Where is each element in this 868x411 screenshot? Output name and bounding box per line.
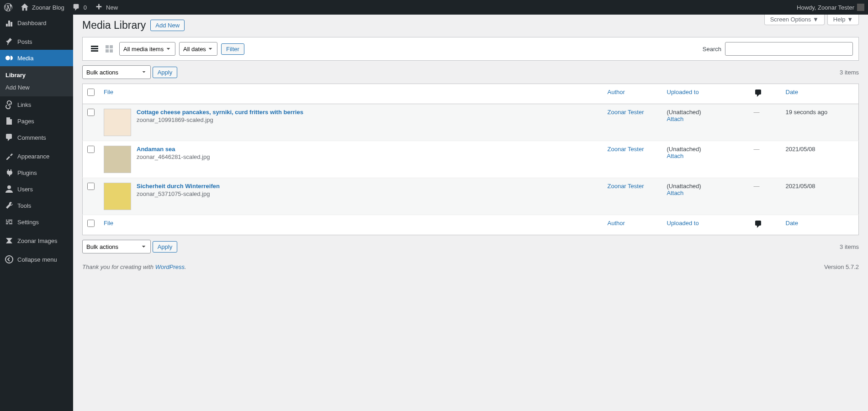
- list-icon: [90, 44, 99, 53]
- filter-button[interactable]: Filter: [221, 43, 244, 55]
- row-checkbox[interactable]: [87, 146, 95, 153]
- submenu-library[interactable]: Library: [0, 69, 73, 81]
- table-row: Andaman seazoonar_4646281-scaled.jpgZoon…: [83, 141, 859, 178]
- media-type-select[interactable]: All media items: [119, 42, 175, 56]
- col-date-header[interactable]: Date: [781, 84, 859, 104]
- svg-point-1: [7, 185, 11, 189]
- menu-collapse[interactable]: Collapse menu: [0, 251, 73, 268]
- apply-button-top[interactable]: Apply: [153, 67, 178, 78]
- col-comments-footer[interactable]: [749, 215, 781, 235]
- menu-users[interactable]: Users: [0, 181, 73, 197]
- row-checkbox[interactable]: [87, 109, 95, 116]
- comments-count: —: [754, 146, 760, 153]
- row-checkbox[interactable]: [87, 183, 95, 190]
- menu-tools[interactable]: Tools: [0, 197, 73, 214]
- file-title-link[interactable]: Cottage cheese pancakes, syrniki, curd f…: [137, 109, 303, 116]
- items-count-top: 3 items: [840, 69, 859, 76]
- file-name: zoonar_5371075-scaled.jpg: [137, 190, 210, 197]
- list-view-button[interactable]: [88, 42, 101, 55]
- submenu-add-new[interactable]: Add New: [0, 81, 73, 94]
- add-new-button[interactable]: Add New: [150, 20, 185, 31]
- brush-icon: [5, 152, 14, 161]
- wrench-icon: [5, 201, 14, 210]
- menu-posts[interactable]: Posts: [0, 33, 73, 50]
- link-icon: [5, 100, 14, 109]
- date-cell: 2021/05/08: [781, 141, 859, 178]
- home-icon: [20, 3, 29, 12]
- adminbar: Zoonar Blog 0 New Howdy, Zoonar Tester: [0, 0, 868, 15]
- footer-wp-link[interactable]: WordPress: [155, 263, 185, 270]
- dashboard-icon: [5, 18, 14, 27]
- parent-status: (Unattached): [667, 146, 701, 153]
- menu-comments[interactable]: Comments: [0, 129, 73, 146]
- attach-link[interactable]: Attach: [667, 116, 684, 122]
- author-link[interactable]: Zoonar Tester: [608, 109, 644, 116]
- comments-count: —: [754, 183, 760, 190]
- admin-sidebar: Dashboard Posts Media Library Add New Li…: [0, 15, 73, 411]
- file-title-link[interactable]: Sicherheit durch Winterreifen: [137, 183, 220, 190]
- screen-options-button[interactable]: Screen Options ▼: [764, 15, 825, 25]
- comment-icon: [72, 3, 81, 12]
- thumbnail[interactable]: [104, 109, 131, 136]
- svg-point-2: [5, 256, 13, 263]
- menu-appearance[interactable]: Appearance: [0, 148, 73, 164]
- menu-dashboard[interactable]: Dashboard: [0, 15, 73, 31]
- media-icon: [5, 53, 14, 63]
- footer: Thank you for creating with WordPress. V…: [73, 258, 868, 276]
- comment-icon: [5, 133, 14, 142]
- col-parent-header[interactable]: Uploaded to: [662, 84, 749, 104]
- attach-link[interactable]: Attach: [667, 190, 684, 196]
- col-date-footer[interactable]: Date: [781, 215, 859, 235]
- wp-logo[interactable]: [4, 3, 13, 12]
- help-button[interactable]: Help ▼: [827, 15, 859, 25]
- pin-icon: [5, 37, 14, 46]
- author-link[interactable]: Zoonar Tester: [608, 183, 644, 190]
- menu-media[interactable]: Media: [0, 50, 73, 66]
- comments-count: —: [754, 109, 760, 116]
- col-author-footer[interactable]: Author: [603, 215, 662, 235]
- comments-link[interactable]: 0: [72, 3, 87, 12]
- col-file-footer[interactable]: File: [99, 215, 603, 235]
- menu-pages[interactable]: Pages: [0, 113, 73, 129]
- search-input[interactable]: [725, 42, 853, 56]
- page-title: Media Library: [82, 19, 146, 32]
- media-date-select[interactable]: All dates: [179, 42, 217, 56]
- search-label: Search: [703, 46, 721, 53]
- file-title-link[interactable]: Andaman sea: [137, 146, 210, 153]
- zoonar-icon: [5, 236, 14, 245]
- site-name-link[interactable]: Zoonar Blog: [20, 3, 64, 12]
- bulk-actions-select-top[interactable]: Bulk actions: [82, 65, 151, 79]
- thumbnail[interactable]: [104, 183, 131, 210]
- wordpress-icon: [4, 3, 13, 12]
- col-file-header[interactable]: File: [99, 84, 603, 104]
- date-cell: 19 seconds ago: [781, 104, 859, 141]
- howdy-text: Howdy, Zoonar Tester: [797, 4, 854, 11]
- avatar: [857, 4, 864, 11]
- thumbnail[interactable]: [104, 146, 131, 173]
- new-label: New: [106, 4, 118, 11]
- menu-settings[interactable]: Settings: [0, 214, 73, 230]
- file-name: zoonar_10991869-scaled.jpg: [137, 116, 213, 123]
- select-all-top[interactable]: [87, 89, 95, 96]
- parent-status: (Unattached): [667, 183, 701, 190]
- grid-view-button[interactable]: [103, 42, 116, 55]
- comment-icon: [754, 220, 763, 229]
- items-count-bottom: 3 items: [840, 243, 859, 250]
- author-link[interactable]: Zoonar Tester: [608, 146, 644, 153]
- apply-button-bottom[interactable]: Apply: [153, 241, 178, 253]
- menu-links[interactable]: Links: [0, 96, 73, 113]
- menu-zoonar[interactable]: Zoonar Images: [0, 232, 73, 249]
- howdy-link[interactable]: Howdy, Zoonar Tester: [797, 4, 864, 11]
- col-parent-footer[interactable]: Uploaded to: [662, 215, 749, 235]
- attach-link[interactable]: Attach: [667, 153, 684, 159]
- col-comments-header[interactable]: [749, 84, 781, 104]
- file-name: zoonar_4646281-scaled.jpg: [137, 153, 210, 160]
- select-all-bottom[interactable]: [87, 220, 95, 227]
- plug-icon: [5, 168, 14, 177]
- col-author-header[interactable]: Author: [603, 84, 662, 104]
- page-icon: [5, 116, 14, 126]
- menu-plugins[interactable]: Plugins: [0, 164, 73, 181]
- bulk-actions-select-bottom[interactable]: Bulk actions: [82, 240, 151, 253]
- new-link[interactable]: New: [94, 3, 118, 12]
- collapse-icon: [5, 255, 14, 264]
